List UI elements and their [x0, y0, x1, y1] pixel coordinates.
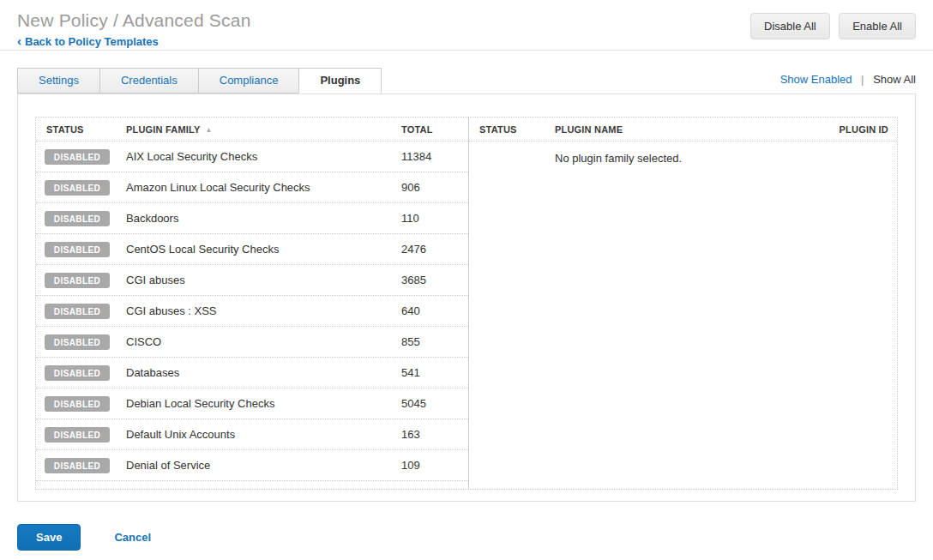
plugin-filter-links: Show Enabled | Show All: [780, 73, 916, 86]
plugin-family-name: Databases: [126, 366, 401, 379]
plugin-family-total: 906: [401, 181, 468, 194]
plugins-panel: STATUS PLUGIN FAMILY▲ TOTAL DISABLED AIX…: [17, 93, 916, 502]
plugin-family-name: CentOS Local Security Checks: [126, 243, 401, 256]
plugin-name-header: PLUGIN NAME: [555, 124, 794, 135]
status-badge[interactable]: DISABLED: [45, 427, 110, 443]
plugin-family-total: 855: [401, 335, 468, 348]
cancel-button[interactable]: Cancel: [114, 531, 151, 544]
plugin-family-row[interactable]: DISABLED Debian Local Security Checks 50…: [36, 388, 468, 419]
tab-plugins[interactable]: Plugins: [298, 68, 382, 93]
plugin-family-total: 2476: [401, 243, 468, 256]
disable-all-button[interactable]: Disable All: [750, 13, 830, 39]
plugin-family-row[interactable]: DISABLED AIX Local Security Checks 11384: [36, 142, 468, 172]
status-badge[interactable]: DISABLED: [45, 458, 110, 473]
show-enabled-link[interactable]: Show Enabled: [780, 73, 852, 86]
status-badge[interactable]: DISABLED: [45, 242, 110, 257]
plugin-family-row[interactable]: DISABLED Denial of Service 109: [36, 450, 468, 481]
plugin-family-name: Backdoors: [126, 212, 401, 225]
plugin-table-header-row: STATUS PLUGIN NAME PLUGIN ID: [469, 117, 897, 142]
plugin-family-total: 3685: [401, 274, 468, 286]
header-buttons: Disable All Enable All: [745, 13, 916, 39]
status-badge[interactable]: DISABLED: [45, 180, 110, 196]
show-all-link[interactable]: Show All: [873, 73, 916, 86]
sort-asc-icon: ▲: [206, 126, 213, 134]
plugin-family-total: 109: [401, 459, 468, 472]
family-status-header[interactable]: STATUS: [36, 124, 126, 135]
family-table-header-row: STATUS PLUGIN FAMILY▲ TOTAL: [36, 117, 468, 142]
status-badge[interactable]: DISABLED: [45, 365, 110, 381]
plugin-family-row[interactable]: DISABLED CISCO 855: [36, 327, 468, 358]
chevron-left-icon: ‹: [17, 33, 21, 48]
plugin-family-name: CISCO: [126, 335, 401, 348]
plugin-family-total: 110: [401, 212, 468, 225]
page-header: New Policy / Advanced Scan ‹Back to Poli…: [0, 0, 933, 51]
plugin-family-total: 11384: [401, 150, 468, 163]
plugin-status-header: STATUS: [469, 124, 555, 135]
family-table-body: DISABLED AIX Local Security Checks 11384…: [36, 142, 468, 481]
tab-credentials[interactable]: Credentials: [99, 68, 199, 93]
plugin-family-total: 163: [401, 428, 468, 441]
plugin-family-total: 640: [401, 304, 468, 317]
status-badge[interactable]: DISABLED: [45, 149, 110, 165]
plugin-family-name: Debian Local Security Checks: [126, 397, 401, 410]
plugin-family-row[interactable]: DISABLED Default Unix Accounts 163: [36, 419, 468, 450]
plugin-family-total: 5045: [401, 397, 468, 410]
tab-compliance[interactable]: Compliance: [198, 68, 300, 93]
status-badge[interactable]: DISABLED: [45, 396, 110, 412]
back-link-label: Back to Policy Templates: [25, 35, 159, 48]
plugin-family-row[interactable]: DISABLED Backdoors 110: [36, 203, 468, 234]
family-name-header[interactable]: PLUGIN FAMILY▲: [126, 124, 401, 135]
status-badge[interactable]: DISABLED: [45, 273, 110, 288]
enable-all-button[interactable]: Enable All: [839, 13, 916, 39]
no-family-selected-message: No plugin family selected.: [469, 142, 897, 165]
plugin-family-row[interactable]: DISABLED Amazon Linux Local Security Che…: [36, 172, 468, 203]
footer: Save Cancel: [17, 524, 916, 551]
tab-bar: SettingsCredentialsCompliancePlugins Sho…: [17, 68, 916, 93]
plugin-family-total: 541: [401, 366, 468, 379]
plugin-family-row[interactable]: DISABLED CGI abuses : XSS 640: [36, 296, 468, 327]
plugin-family-name: Denial of Service: [126, 459, 401, 472]
plugin-family-name: CGI abuses : XSS: [126, 304, 401, 317]
save-button[interactable]: Save: [17, 524, 81, 551]
plugin-family-name: AIX Local Security Checks: [126, 150, 401, 163]
plugin-family-name: Amazon Linux Local Security Checks: [126, 181, 401, 194]
plugin-family-row[interactable]: DISABLED CentOS Local Security Checks 24…: [36, 234, 468, 265]
status-badge[interactable]: DISABLED: [45, 304, 110, 319]
plugin-name-table: STATUS PLUGIN NAME PLUGIN ID No plugin f…: [469, 117, 897, 489]
plugin-family-table: STATUS PLUGIN FAMILY▲ TOTAL DISABLED AIX…: [36, 117, 469, 489]
status-badge[interactable]: DISABLED: [45, 334, 110, 350]
filter-separator: |: [861, 73, 864, 86]
plugin-family-name: Default Unix Accounts: [126, 428, 401, 441]
plugin-family-row[interactable]: DISABLED Databases 541: [36, 358, 468, 388]
tab-settings[interactable]: Settings: [17, 68, 100, 93]
plugins-dual-table: STATUS PLUGIN FAMILY▲ TOTAL DISABLED AIX…: [35, 117, 898, 490]
plugin-id-header: PLUGIN ID: [794, 124, 897, 135]
back-to-policy-templates-link[interactable]: ‹Back to Policy Templates: [17, 33, 159, 48]
status-badge[interactable]: DISABLED: [45, 211, 110, 226]
plugin-family-name: CGI abuses: [126, 274, 401, 286]
plugin-family-row[interactable]: DISABLED CGI abuses 3685: [36, 265, 468, 296]
family-total-header[interactable]: TOTAL: [401, 124, 468, 135]
